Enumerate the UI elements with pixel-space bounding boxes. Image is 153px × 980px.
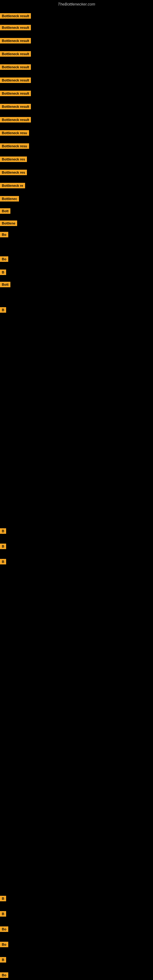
bottleneck-badge: Bo	[0, 926, 8, 932]
bottleneck-badge: Bottleneck result	[0, 51, 31, 57]
bottleneck-badge: Bottleneck re	[0, 183, 25, 188]
bottleneck-badge: B	[0, 957, 6, 963]
bottleneck-badge: B	[0, 269, 6, 275]
bottleneck-item: Bott	[0, 208, 10, 214]
bottleneck-item: B	[0, 957, 6, 963]
bottleneck-item: B	[0, 307, 6, 313]
bottleneck-badge: Bott	[0, 208, 10, 214]
bottleneck-item: Bo	[0, 972, 8, 978]
bottleneck-item: B	[0, 528, 6, 534]
bottleneck-badge: Bottleneck result	[0, 104, 31, 109]
bottleneck-item: Bottleneck result	[0, 117, 31, 123]
bottleneck-item: Bottleneck resu	[0, 130, 29, 136]
bottleneck-badge: Bottleneck result	[0, 117, 31, 123]
bottleneck-item: B	[0, 559, 6, 565]
bottleneck-badge: Bottleneck result	[0, 64, 31, 70]
bottleneck-badge: B	[0, 911, 6, 916]
bottleneck-badge: Bo	[0, 972, 8, 978]
bottleneck-item: Bo	[0, 256, 8, 262]
bottleneck-item: Bottlenec	[0, 196, 19, 202]
bottleneck-badge: Bottleneck resu	[0, 130, 29, 136]
bottleneck-item: Bo	[0, 232, 8, 237]
bottleneck-item: Bottleneck result	[0, 13, 31, 19]
bottleneck-item: Bott	[0, 282, 10, 287]
bottleneck-item: B	[0, 911, 6, 916]
bottleneck-item: Bottleneck res	[0, 156, 27, 162]
bottleneck-item: Bottleneck result	[0, 78, 31, 83]
bottleneck-item: Bottleneck result	[0, 64, 31, 70]
bottleneck-item: Bottleneck res	[0, 170, 27, 175]
bottleneck-badge: Bottleneck result	[0, 91, 31, 96]
bottleneck-item: Bottleneck result	[0, 38, 31, 43]
bottleneck-badge: Bottleneck res	[0, 170, 27, 175]
bottleneck-badge: Bo	[0, 942, 8, 947]
bottleneck-badge: Bo	[0, 256, 8, 262]
bottleneck-item: B	[0, 896, 6, 901]
bottleneck-item: B	[0, 269, 6, 275]
site-title: TheBottlenecker.com	[0, 0, 153, 8]
bottleneck-item: Bo	[0, 942, 8, 947]
bottleneck-badge: Bott	[0, 282, 10, 287]
bottleneck-badge: B	[0, 896, 6, 901]
bottleneck-badge: Bottleneck result	[0, 78, 31, 83]
bottleneck-item: Bottlene	[0, 221, 17, 226]
bottleneck-item: Bottleneck result	[0, 51, 31, 57]
bottleneck-badge: Bo	[0, 232, 8, 237]
bottleneck-badge: Bottleneck result	[0, 25, 31, 30]
bottleneck-badge: B	[0, 544, 6, 549]
bottleneck-item: Bottleneck result	[0, 25, 31, 30]
bottleneck-badge: B	[0, 528, 6, 534]
bottleneck-item: Bottleneck re	[0, 183, 25, 188]
bottleneck-item: Bottleneck result	[0, 104, 31, 109]
bottleneck-badge: Bottleneck resu	[0, 143, 29, 149]
bottleneck-item: Bottleneck result	[0, 91, 31, 96]
bottleneck-item: Bottleneck resu	[0, 143, 29, 149]
bottleneck-badge: Bottlene	[0, 221, 17, 226]
bottleneck-badge: B	[0, 559, 6, 565]
bottleneck-badge: Bottlenec	[0, 196, 19, 202]
bottleneck-item: Bo	[0, 926, 8, 932]
bottleneck-badge: B	[0, 307, 6, 313]
bottleneck-badge: Bottleneck result	[0, 13, 31, 19]
bottleneck-item: B	[0, 544, 6, 549]
bottleneck-badge: Bottleneck res	[0, 156, 27, 162]
bottleneck-badge: Bottleneck result	[0, 38, 31, 43]
